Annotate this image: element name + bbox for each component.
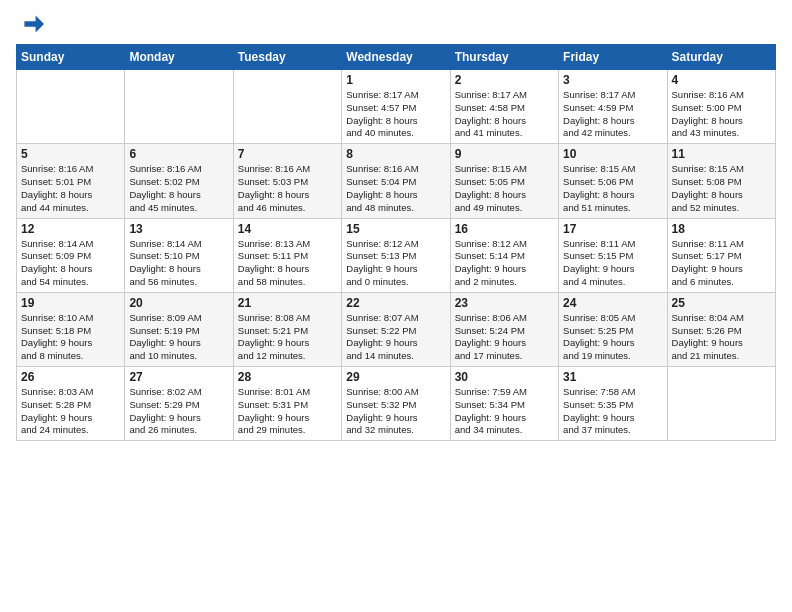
day-number: 2 [455,73,554,87]
week-row-1: 5Sunrise: 8:16 AMSunset: 5:01 PMDaylight… [17,144,776,218]
day-info: Sunrise: 8:16 AMSunset: 5:01 PMDaylight:… [21,163,120,214]
week-row-3: 19Sunrise: 8:10 AMSunset: 5:18 PMDayligh… [17,292,776,366]
week-row-2: 12Sunrise: 8:14 AMSunset: 5:09 PMDayligh… [17,218,776,292]
day-cell: 19Sunrise: 8:10 AMSunset: 5:18 PMDayligh… [17,292,125,366]
day-cell: 9Sunrise: 8:15 AMSunset: 5:05 PMDaylight… [450,144,558,218]
day-cell: 2Sunrise: 8:17 AMSunset: 4:58 PMDaylight… [450,70,558,144]
calendar-header-friday: Friday [559,45,667,70]
day-cell: 23Sunrise: 8:06 AMSunset: 5:24 PMDayligh… [450,292,558,366]
day-number: 18 [672,222,771,236]
day-cell: 15Sunrise: 8:12 AMSunset: 5:13 PMDayligh… [342,218,450,292]
day-cell: 16Sunrise: 8:12 AMSunset: 5:14 PMDayligh… [450,218,558,292]
calendar: SundayMondayTuesdayWednesdayThursdayFrid… [16,44,776,441]
day-info: Sunrise: 8:04 AMSunset: 5:26 PMDaylight:… [672,312,771,363]
header [16,10,776,38]
day-number: 9 [455,147,554,161]
day-number: 22 [346,296,445,310]
day-number: 8 [346,147,445,161]
day-cell: 14Sunrise: 8:13 AMSunset: 5:11 PMDayligh… [233,218,341,292]
day-cell: 1Sunrise: 8:17 AMSunset: 4:57 PMDaylight… [342,70,450,144]
day-number: 27 [129,370,228,384]
day-number: 5 [21,147,120,161]
calendar-header-wednesday: Wednesday [342,45,450,70]
calendar-header-row: SundayMondayTuesdayWednesdayThursdayFrid… [17,45,776,70]
day-info: Sunrise: 8:08 AMSunset: 5:21 PMDaylight:… [238,312,337,363]
day-info: Sunrise: 8:07 AMSunset: 5:22 PMDaylight:… [346,312,445,363]
day-info: Sunrise: 8:17 AMSunset: 4:58 PMDaylight:… [455,89,554,140]
day-cell: 21Sunrise: 8:08 AMSunset: 5:21 PMDayligh… [233,292,341,366]
calendar-header-sunday: Sunday [17,45,125,70]
day-cell: 17Sunrise: 8:11 AMSunset: 5:15 PMDayligh… [559,218,667,292]
day-number: 23 [455,296,554,310]
day-cell: 3Sunrise: 8:17 AMSunset: 4:59 PMDaylight… [559,70,667,144]
day-info: Sunrise: 8:06 AMSunset: 5:24 PMDaylight:… [455,312,554,363]
day-info: Sunrise: 8:11 AMSunset: 5:17 PMDaylight:… [672,238,771,289]
day-info: Sunrise: 8:00 AMSunset: 5:32 PMDaylight:… [346,386,445,437]
day-info: Sunrise: 8:14 AMSunset: 5:09 PMDaylight:… [21,238,120,289]
day-cell: 29Sunrise: 8:00 AMSunset: 5:32 PMDayligh… [342,367,450,441]
day-cell: 24Sunrise: 8:05 AMSunset: 5:25 PMDayligh… [559,292,667,366]
day-cell: 7Sunrise: 8:16 AMSunset: 5:03 PMDaylight… [233,144,341,218]
day-info: Sunrise: 8:12 AMSunset: 5:13 PMDaylight:… [346,238,445,289]
logo-icon [16,10,44,38]
day-cell: 26Sunrise: 8:03 AMSunset: 5:28 PMDayligh… [17,367,125,441]
day-number: 6 [129,147,228,161]
day-cell [17,70,125,144]
page: SundayMondayTuesdayWednesdayThursdayFrid… [0,0,792,612]
day-info: Sunrise: 8:16 AMSunset: 5:00 PMDaylight:… [672,89,771,140]
day-number: 29 [346,370,445,384]
day-cell: 30Sunrise: 7:59 AMSunset: 5:34 PMDayligh… [450,367,558,441]
day-cell: 12Sunrise: 8:14 AMSunset: 5:09 PMDayligh… [17,218,125,292]
day-cell: 25Sunrise: 8:04 AMSunset: 5:26 PMDayligh… [667,292,775,366]
day-info: Sunrise: 8:11 AMSunset: 5:15 PMDaylight:… [563,238,662,289]
day-number: 14 [238,222,337,236]
day-info: Sunrise: 8:01 AMSunset: 5:31 PMDaylight:… [238,386,337,437]
day-info: Sunrise: 8:03 AMSunset: 5:28 PMDaylight:… [21,386,120,437]
day-info: Sunrise: 8:16 AMSunset: 5:02 PMDaylight:… [129,163,228,214]
day-number: 26 [21,370,120,384]
day-number: 15 [346,222,445,236]
day-number: 1 [346,73,445,87]
day-info: Sunrise: 8:16 AMSunset: 5:03 PMDaylight:… [238,163,337,214]
svg-marker-0 [24,16,44,33]
calendar-header-tuesday: Tuesday [233,45,341,70]
day-info: Sunrise: 8:17 AMSunset: 4:59 PMDaylight:… [563,89,662,140]
day-cell: 11Sunrise: 8:15 AMSunset: 5:08 PMDayligh… [667,144,775,218]
day-number: 7 [238,147,337,161]
day-cell: 20Sunrise: 8:09 AMSunset: 5:19 PMDayligh… [125,292,233,366]
day-number: 12 [21,222,120,236]
day-number: 25 [672,296,771,310]
day-number: 13 [129,222,228,236]
logo [16,10,48,38]
day-number: 16 [455,222,554,236]
week-row-0: 1Sunrise: 8:17 AMSunset: 4:57 PMDaylight… [17,70,776,144]
day-cell: 6Sunrise: 8:16 AMSunset: 5:02 PMDaylight… [125,144,233,218]
calendar-header-saturday: Saturday [667,45,775,70]
day-info: Sunrise: 8:02 AMSunset: 5:29 PMDaylight:… [129,386,228,437]
day-info: Sunrise: 8:13 AMSunset: 5:11 PMDaylight:… [238,238,337,289]
day-cell: 4Sunrise: 8:16 AMSunset: 5:00 PMDaylight… [667,70,775,144]
day-number: 24 [563,296,662,310]
day-number: 19 [21,296,120,310]
day-info: Sunrise: 8:16 AMSunset: 5:04 PMDaylight:… [346,163,445,214]
day-cell [233,70,341,144]
day-number: 21 [238,296,337,310]
day-number: 3 [563,73,662,87]
day-info: Sunrise: 8:15 AMSunset: 5:05 PMDaylight:… [455,163,554,214]
day-number: 20 [129,296,228,310]
day-cell [125,70,233,144]
day-info: Sunrise: 8:12 AMSunset: 5:14 PMDaylight:… [455,238,554,289]
day-info: Sunrise: 8:17 AMSunset: 4:57 PMDaylight:… [346,89,445,140]
day-number: 4 [672,73,771,87]
day-info: Sunrise: 8:10 AMSunset: 5:18 PMDaylight:… [21,312,120,363]
day-cell [667,367,775,441]
day-cell: 18Sunrise: 8:11 AMSunset: 5:17 PMDayligh… [667,218,775,292]
day-cell: 31Sunrise: 7:58 AMSunset: 5:35 PMDayligh… [559,367,667,441]
day-number: 31 [563,370,662,384]
day-cell: 13Sunrise: 8:14 AMSunset: 5:10 PMDayligh… [125,218,233,292]
day-info: Sunrise: 7:58 AMSunset: 5:35 PMDaylight:… [563,386,662,437]
day-info: Sunrise: 8:05 AMSunset: 5:25 PMDaylight:… [563,312,662,363]
day-info: Sunrise: 8:15 AMSunset: 5:08 PMDaylight:… [672,163,771,214]
day-cell: 5Sunrise: 8:16 AMSunset: 5:01 PMDaylight… [17,144,125,218]
day-cell: 27Sunrise: 8:02 AMSunset: 5:29 PMDayligh… [125,367,233,441]
